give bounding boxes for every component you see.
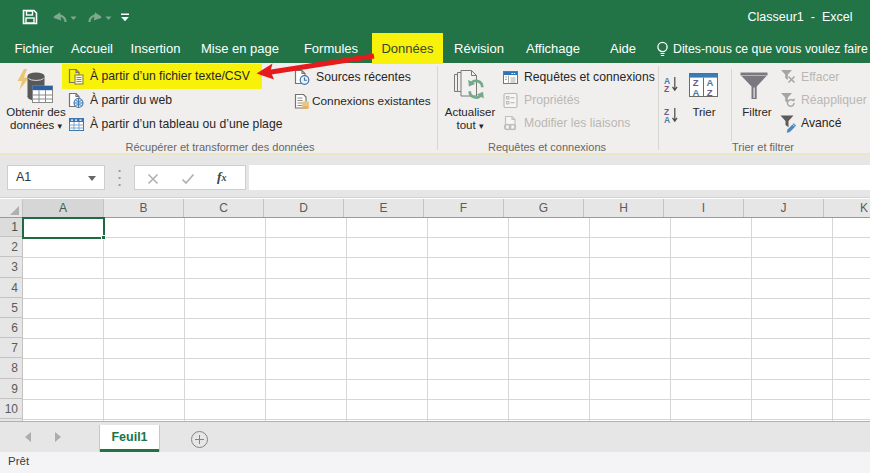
svg-text:Z: Z [664,84,669,93]
svg-text:A: A [664,115,670,124]
svg-text:Z: Z [707,87,713,98]
svg-text:A: A [693,87,700,98]
